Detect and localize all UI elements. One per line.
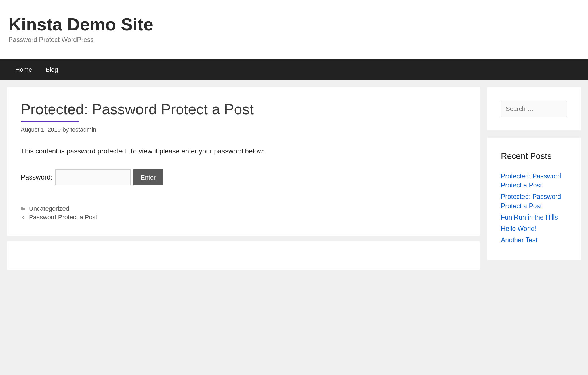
recent-post-link[interactable]: Another Test xyxy=(501,236,537,244)
recent-posts-list: Protected: Password Protect a Post Prote… xyxy=(501,172,567,245)
list-item: Protected: Password Protect a Post xyxy=(501,192,567,210)
site-title[interactable]: Kinsta Demo Site xyxy=(9,16,579,33)
chevron-left-icon: ‹ xyxy=(21,214,26,221)
recent-post-link[interactable]: Protected: Password Protect a Post xyxy=(501,193,561,209)
password-form: Password: Enter xyxy=(21,169,467,185)
main-column: Protected: Password Protect a Post Augus… xyxy=(7,87,480,275)
list-item: Another Test xyxy=(501,235,567,245)
recent-posts-widget: Recent Posts Protected: Password Protect… xyxy=(487,138,581,260)
by-label: by xyxy=(62,126,69,133)
list-item: Fun Run in the Hills xyxy=(501,213,567,222)
bottom-box xyxy=(7,241,480,270)
entry-meta: August 1, 2019 by testadmin xyxy=(21,126,467,133)
page-title: Protected: Password Protect a Post xyxy=(21,101,467,118)
site-header: Kinsta Demo Site Password Protect WordPr… xyxy=(0,0,588,59)
title-underline xyxy=(21,121,79,122)
nav-item-home[interactable]: Home xyxy=(9,59,39,80)
nav-item-blog[interactable]: Blog xyxy=(39,59,65,80)
enter-button[interactable]: Enter xyxy=(133,169,163,185)
prev-post-row: ‹ Password Protect a Post xyxy=(21,214,467,221)
recent-post-link[interactable]: Fun Run in the Hills xyxy=(501,214,558,221)
category-row: Uncategorized xyxy=(21,205,467,212)
folder-icon xyxy=(21,207,26,211)
content-wrap: Protected: Password Protect a Post Augus… xyxy=(0,80,588,283)
recent-posts-title: Recent Posts xyxy=(501,151,567,161)
protected-message: This content is password protected. To v… xyxy=(21,147,467,155)
password-label: Password: xyxy=(21,173,52,181)
recent-post-link[interactable]: Hello World! xyxy=(501,225,536,232)
list-item: Hello World! xyxy=(501,224,567,233)
entry-date: August 1, 2019 xyxy=(21,126,61,133)
password-input[interactable] xyxy=(55,169,131,185)
main-navigation: Home Blog xyxy=(0,59,588,80)
recent-post-link[interactable]: Protected: Password Protect a Post xyxy=(501,172,561,189)
article: Protected: Password Protect a Post Augus… xyxy=(7,87,480,236)
entry-footer: Uncategorized ‹ Password Protect a Post xyxy=(21,205,467,221)
search-widget xyxy=(487,87,581,130)
sidebar: Recent Posts Protected: Password Protect… xyxy=(487,87,581,267)
category-link[interactable]: Uncategorized xyxy=(29,205,69,212)
prev-post-link[interactable]: Password Protect a Post xyxy=(29,214,97,221)
site-tagline: Password Protect WordPress xyxy=(9,36,579,44)
list-item: Protected: Password Protect a Post xyxy=(501,172,567,190)
search-input[interactable] xyxy=(501,101,567,117)
entry-author[interactable]: testadmin xyxy=(70,126,96,133)
